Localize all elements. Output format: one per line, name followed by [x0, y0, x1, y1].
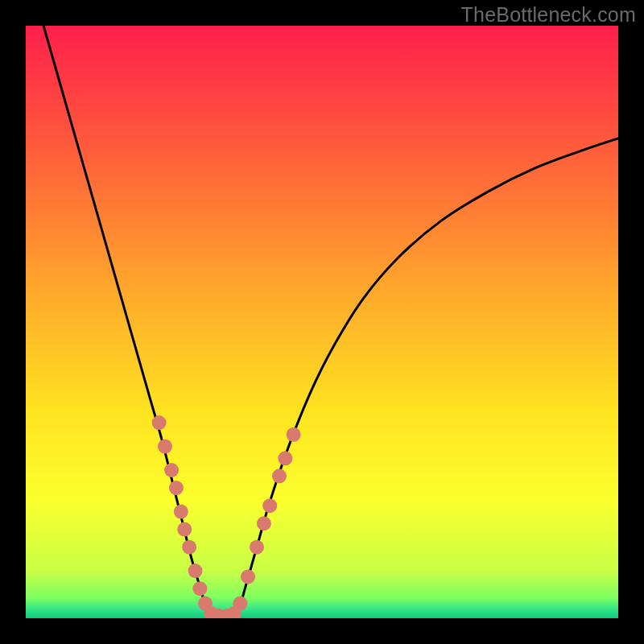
data-marker	[278, 451, 292, 465]
chart-stage: TheBottleneck.com	[0, 0, 644, 644]
data-marker	[257, 516, 271, 530]
data-marker	[233, 597, 247, 611]
data-marker	[188, 564, 202, 578]
data-marker	[241, 569, 255, 584]
data-marker	[287, 427, 301, 442]
plot-background	[26, 26, 618, 618]
data-marker	[272, 469, 287, 483]
data-marker	[169, 481, 184, 495]
data-marker	[158, 440, 172, 454]
data-marker	[192, 581, 207, 596]
data-marker	[152, 415, 167, 430]
watermark-text: TheBottleneck.com	[461, 3, 636, 27]
data-marker	[164, 463, 179, 477]
data-marker	[262, 498, 277, 513]
bottleneck-chart	[0, 0, 644, 644]
data-marker	[250, 540, 264, 555]
data-marker	[177, 522, 192, 537]
data-marker	[174, 505, 188, 519]
data-marker	[182, 540, 196, 555]
